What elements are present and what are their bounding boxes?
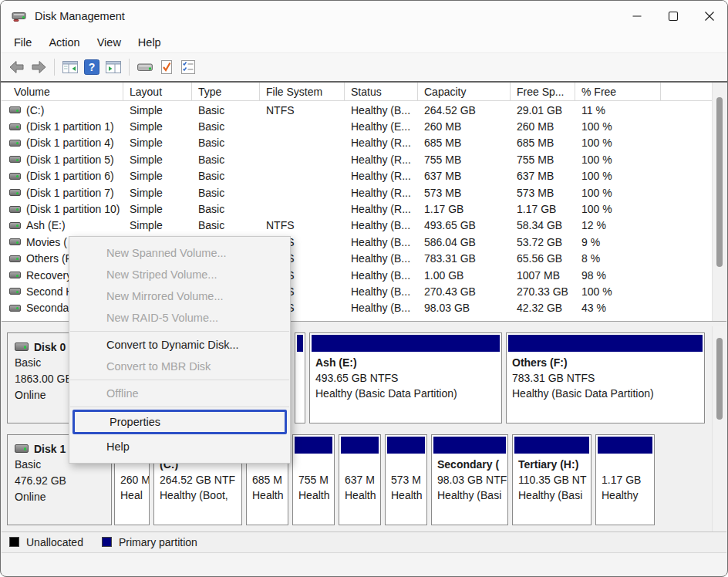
table-row[interactable]: (Disk 1 partition 5)SimpleBasicHealthy (… [2,151,712,167]
context-menu-item-properties[interactable]: Properties [72,410,287,434]
partition-body: 637 MHealth [339,455,380,503]
options-list-button[interactable] [177,56,199,78]
table-row[interactable]: (Disk 1 partition 4)SimpleBasicHealthy (… [2,135,712,151]
show-action-pane-icon [105,60,122,74]
menu-file[interactable]: File [5,34,40,51]
partition-block[interactable]: Secondary (98.03 GB NTFHealthy (Basi [431,434,508,525]
partition-block[interactable]: 573 MHealth [385,434,427,525]
check-disk-button[interactable] [156,56,177,78]
legend-swatch [9,537,19,547]
cell: Simple [123,218,192,234]
column-header-volume[interactable]: Volume [2,83,123,100]
cell: 65.56 GB [511,251,575,267]
cell: 100 % [575,118,661,134]
partition-health: Healthy [602,488,651,503]
cell: 100 % [575,184,661,201]
forward-icon [30,59,47,75]
partition-block[interactable]: Ash (E:)493.65 GB NTFSHealthy (Basic Dat… [309,332,502,423]
cell: 58.34 GB [511,218,575,234]
maximize-icon [665,8,682,25]
context-menu-item-offline: Offline [69,383,290,404]
table-row[interactable]: (Disk 1 partition 6)SimpleBasicHealthy (… [2,168,712,184]
table-row[interactable]: (Disk 1 partition 7)SimpleBasicHealthy (… [2,184,712,201]
cell: Healthy (B... [345,283,418,299]
partition-block[interactable]: 1.17 GBHealthy [595,434,655,525]
help-button[interactable]: ? [81,56,103,78]
partition-size: 573 M [391,472,423,488]
partition-health: Heal [120,488,146,503]
menu-view[interactable]: View [89,34,130,51]
maximize-button[interactable] [655,1,691,32]
cell: 260 MB [418,118,511,134]
minimize-button[interactable] [618,1,655,32]
partition-block[interactable]: 637 MHealth [339,434,381,525]
list-scrollbar[interactable] [712,83,726,321]
volume-cell: (Disk 1 partition 4) [2,135,123,151]
column-header-free-sp[interactable]: Free Sp... [511,83,575,100]
partition-block[interactable]: Tertiary (H:)110.35 GB NTHealthy (Basi [512,434,592,525]
svg-text:?: ? [89,61,96,73]
graph-scrollbar-thumb[interactable] [716,338,723,420]
partition-block[interactable] [295,332,305,423]
cell: 11 % [575,102,661,118]
cell: 685 MB [418,135,511,151]
titlebar: Disk Management [1,1,727,32]
cell: 100 % [575,168,661,184]
table-row[interactable]: (C:)SimpleBasicNTFSHealthy (B...264.52 G… [2,102,712,118]
disk-size: 476.92 GB [15,473,111,489]
column-header-free[interactable]: % Free [575,83,661,100]
graph-scrollbar[interactable] [712,326,726,531]
list-scrollbar-thumb[interactable] [716,97,723,267]
table-header: VolumeLayoutTypeFile SystemStatusCapacit… [2,83,712,101]
volume-cell: (Disk 1 partition 6) [2,168,123,184]
partition-color-bar [387,437,425,454]
show-console-tree-button[interactable] [59,56,81,78]
partition-body: 573 MHealth [386,455,426,503]
cell: Healthy (R... [345,184,418,201]
volume-icon [9,140,21,147]
cell: Basic [192,135,260,151]
cell: 12 % [575,218,661,234]
context-menu-item-new-raid-5-volume: New RAID-5 Volume... [69,307,290,329]
back-button[interactable] [6,56,28,78]
partition-body: Ash (E:)493.65 GB NTFSHealthy (Basic Dat… [310,353,501,401]
partition-body: Tertiary (H:)110.35 GB NTHealthy (Basi [513,455,591,503]
forward-button[interactable] [28,56,49,78]
disk-management-window: Disk Management FileActionViewHelp [0,0,728,577]
cell: 260 MB [511,118,575,134]
partition-name: Others (F:) [512,355,701,370]
table-row[interactable]: (Disk 1 partition 1)SimpleBasicHealthy (… [2,118,712,134]
column-header-status[interactable]: Status [345,83,418,100]
column-header-capacity[interactable]: Capacity [418,83,511,100]
context-menu-item-help[interactable]: Help [69,436,290,457]
cell: 100 % [575,151,661,167]
cell: 100 % [575,201,661,217]
rescan-disks-button[interactable] [134,56,156,78]
partition-block[interactable]: 755 MHealth [292,434,335,525]
menu-action[interactable]: Action [40,34,88,51]
cell: Healthy (B... [345,300,418,316]
cell: Simple [123,201,192,217]
partition-color-bar [297,335,303,352]
close-button[interactable] [691,1,727,32]
column-header-layout[interactable]: Layout [123,83,192,100]
cell: Simple [123,184,192,201]
cell: 1.00 GB [418,267,511,283]
cell: 100 % [575,135,661,151]
show-action-pane-button[interactable] [103,56,124,78]
cell [260,135,345,151]
volume-icon [9,106,21,113]
menu-help[interactable]: Help [130,34,170,51]
partition-body: 1.17 GBHealthy [596,455,654,503]
cell: Simple [123,118,192,134]
legend-swatch [102,537,112,547]
context-menu-item-convert-to-dynamic-disk[interactable]: Convert to Dynamic Disk... [69,334,290,356]
volume-cell: Ash (E:) [2,218,123,234]
table-row[interactable]: (Disk 1 partition 10)SimpleBasicHealthy … [2,201,712,217]
partition-color-bar [514,437,589,454]
cell: Simple [123,135,192,151]
column-header-file-system[interactable]: File System [260,83,345,100]
table-row[interactable]: Ash (E:)SimpleBasicNTFSHealthy (B...493.… [2,218,712,234]
partition-block[interactable]: Others (F:)783.31 GB NTFSHealthy (Basic … [506,332,705,423]
column-header-type[interactable]: Type [192,83,260,100]
